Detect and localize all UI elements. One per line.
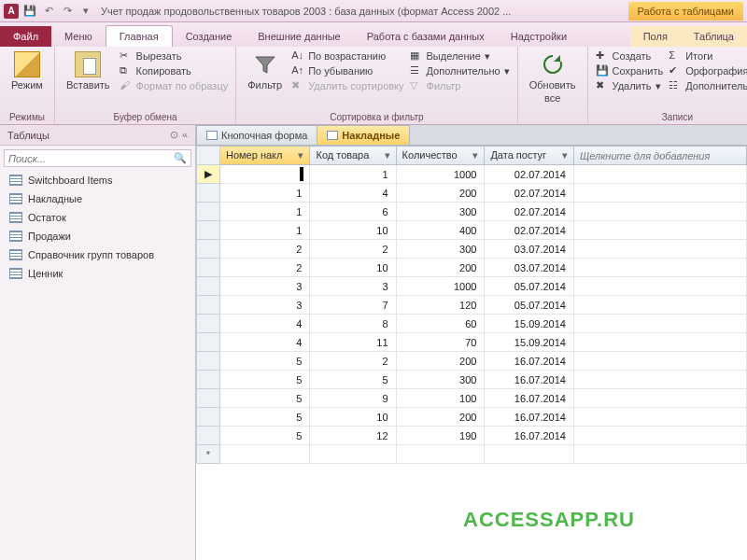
cell[interactable]: 2 (220, 240, 310, 259)
nav-item[interactable]: Справочник групп товаров (0, 245, 195, 264)
row-selector[interactable] (197, 445, 220, 464)
undo-icon[interactable]: ↶ (41, 4, 56, 19)
totals-button[interactable]: ΣИтоги (669, 49, 747, 63)
cell[interactable] (310, 445, 396, 464)
cell[interactable]: 4 (310, 184, 396, 203)
cell[interactable]: 02.07.2014 (485, 221, 574, 240)
nav-item[interactable]: Накладные (0, 189, 195, 208)
row-selector[interactable] (197, 371, 220, 389)
cell[interactable]: 16.07.2014 (485, 352, 574, 371)
cell[interactable]: 7 (310, 296, 396, 315)
cell[interactable] (220, 445, 310, 464)
column-dropdown-icon[interactable]: ▾ (562, 149, 568, 161)
nav-item[interactable]: Ценник (0, 264, 195, 283)
column-dropdown-icon[interactable]: ▾ (385, 149, 390, 161)
table-row[interactable]: 11040002.07.2014 (197, 221, 747, 240)
cell[interactable]: 5 (220, 371, 310, 389)
ribbon-context-tab[interactable]: Поля (630, 26, 681, 47)
cell[interactable]: 200 (396, 184, 485, 203)
column-header[interactable]: Код товара▾ (310, 147, 396, 165)
cell[interactable]: 1 (220, 184, 310, 203)
table-row[interactable]: 486015.09.2014 (197, 315, 747, 333)
cell[interactable]: 4 (220, 333, 310, 352)
refresh-all-button[interactable]: Обновить все (526, 49, 580, 105)
copy-button[interactable]: ⧉Копировать (120, 64, 229, 77)
cell[interactable]: 1 (220, 221, 310, 240)
cell[interactable]: 1000 (396, 277, 485, 296)
ribbon-tab[interactable]: Работа с базами данных (354, 26, 498, 47)
cell[interactable]: 60 (396, 315, 485, 333)
cell[interactable] (573, 352, 746, 371)
cell[interactable]: 300 (396, 371, 485, 389)
table-row[interactable]: 1630002.07.2014 (197, 203, 747, 221)
cut-button[interactable]: ✂Вырезать (120, 49, 229, 63)
nav-search[interactable]: 🔍 (4, 149, 191, 167)
table-row[interactable]: 33100005.07.2014 (197, 277, 747, 296)
cell[interactable] (573, 296, 746, 315)
row-selector[interactable] (197, 427, 220, 445)
sort-asc-button[interactable]: A↓По возрастанию (291, 49, 403, 63)
cell[interactable]: 300 (396, 203, 485, 221)
cell[interactable]: 190 (396, 427, 485, 445)
cell[interactable]: 5 (220, 389, 310, 408)
cell[interactable]: 100 (396, 389, 485, 408)
save-icon[interactable]: 💾 (22, 4, 37, 19)
cell[interactable] (573, 408, 746, 427)
cell[interactable]: 200 (396, 408, 485, 427)
cell[interactable] (396, 445, 485, 464)
table-row[interactable]: 4117015.09.2014 (197, 333, 747, 352)
cell[interactable] (573, 221, 746, 240)
spelling-button[interactable]: ✔Орфография (669, 64, 747, 77)
cell[interactable]: 05.07.2014 (485, 296, 574, 315)
row-selector[interactable] (197, 240, 220, 259)
search-input[interactable] (8, 153, 174, 164)
ribbon-tab[interactable]: Надстройки (498, 26, 580, 47)
cell[interactable]: 70 (396, 333, 485, 352)
cell[interactable]: 16.07.2014 (485, 408, 574, 427)
cell[interactable]: 11 (310, 333, 396, 352)
cell[interactable] (573, 165, 746, 184)
cell[interactable]: 15.09.2014 (485, 333, 574, 352)
cell[interactable]: 3 (220, 296, 310, 315)
add-column-header[interactable]: Щелкните для добавления (573, 147, 746, 165)
cell[interactable]: 03.07.2014 (485, 259, 574, 277)
cell[interactable]: 120 (396, 296, 485, 315)
row-selector-header[interactable] (197, 147, 220, 165)
more-button[interactable]: ☷Дополнительно (669, 79, 747, 92)
cell[interactable] (573, 203, 746, 221)
row-selector[interactable] (197, 315, 220, 333)
mode-button[interactable]: Режим (7, 49, 47, 92)
paste-button[interactable]: Вставить (63, 49, 114, 92)
cell[interactable]: 1 (310, 165, 396, 184)
cell[interactable]: 200 (396, 259, 485, 277)
ribbon-tab[interactable]: Главная (106, 25, 173, 47)
cell[interactable] (573, 277, 746, 296)
cell[interactable]: 02.07.2014 (485, 165, 574, 184)
table-row[interactable]: ▶11100002.07.2014 (197, 165, 747, 184)
cell[interactable]: 02.07.2014 (485, 203, 574, 221)
cell[interactable]: 10 (310, 221, 396, 240)
cell[interactable] (573, 427, 746, 445)
redo-icon[interactable]: ↷ (60, 4, 75, 19)
column-dropdown-icon[interactable]: ▾ (472, 149, 478, 161)
cell[interactable]: 200 (396, 352, 485, 371)
cell[interactable] (485, 445, 574, 464)
cell[interactable]: 400 (396, 221, 485, 240)
cell[interactable]: 12 (310, 427, 396, 445)
ribbon-tab[interactable]: Создание (173, 26, 246, 47)
cell[interactable] (573, 184, 746, 203)
ribbon-tab[interactable]: Внешние данные (245, 26, 353, 47)
cell[interactable]: 5 (220, 427, 310, 445)
row-selector[interactable] (197, 389, 220, 408)
cell[interactable] (573, 389, 746, 408)
cell[interactable]: 5 (310, 371, 396, 389)
cell[interactable]: 16.07.2014 (485, 389, 574, 408)
table-row[interactable]: 51219016.07.2014 (197, 427, 747, 445)
column-header[interactable]: Количество▾ (396, 147, 485, 165)
cell[interactable] (573, 240, 746, 259)
cell[interactable]: 5 (220, 408, 310, 427)
cell[interactable]: 1 (220, 165, 310, 184)
cell[interactable]: 4 (220, 315, 310, 333)
column-header[interactable]: Дата постуг▾ (485, 147, 574, 165)
cell[interactable]: 02.07.2014 (485, 184, 574, 203)
